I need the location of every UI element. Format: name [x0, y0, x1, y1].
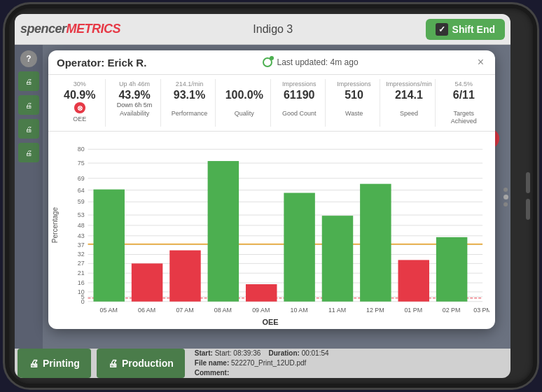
svg-text:07 AM: 07 AM [176, 306, 193, 313]
stat-label: Quality [235, 110, 254, 118]
sidebar-btn-3[interactable]: 🖨 [18, 119, 39, 139]
bar-12pm [360, 183, 391, 301]
left-sidebar: ? 🖨 🖨 🖨 🖨 [15, 45, 43, 349]
svg-text:75: 75 [78, 160, 85, 167]
stat-sublabel: 214.1/min [176, 80, 204, 88]
x-axis-label: OEE [51, 318, 489, 326]
svg-text:53: 53 [78, 211, 85, 218]
comment-label: Comment: [195, 369, 229, 377]
svg-text:43: 43 [78, 232, 85, 239]
stat-targets: 54.5% 6/11 TargetsAchieved [438, 79, 489, 127]
sidebar-btn-2[interactable]: 🖨 [18, 95, 39, 115]
main-content: ? 🖨 🖨 🖨 🖨 ⊕ Operator: Erick R. [15, 45, 510, 349]
warning-icon: ⊗ [74, 102, 86, 114]
svg-text:06 AM: 06 AM [138, 306, 155, 313]
svg-text:05 AM: 05 AM [100, 306, 118, 313]
side-button-1[interactable] [526, 172, 530, 193]
svg-text:69: 69 [78, 174, 85, 181]
status-line-1: Start: Start: 08:39:36 Duration: 00:01:5… [195, 349, 503, 358]
svg-text:80: 80 [78, 146, 85, 153]
modal-header: Operator: Erick R. Last updated: 4m ago … [48, 50, 495, 75]
stat-value: 510 [345, 88, 363, 102]
logo-metrics: METRICS [67, 22, 121, 36]
stat-sublabel: 54.5% [455, 80, 473, 88]
update-indicator-icon [263, 57, 272, 67]
file-value: 522270_Print_12UD.pdf [231, 359, 306, 367]
svg-text:12 PM: 12 PM [366, 306, 384, 313]
printing-button[interactable]: 🖨 Printing [18, 349, 91, 378]
chart-container: Percentage .grid-line { stroke: #e0e0e0;… [48, 132, 495, 329]
svg-text:09 AM: 09 AM [252, 306, 270, 313]
right-sidebar [501, 45, 510, 349]
bottom-bar: 🖨 Printing 🖨 Production Start: Start: 08… [15, 349, 510, 378]
page-title: Indigo 3 [253, 23, 293, 36]
svg-text:64: 64 [78, 186, 85, 193]
y-axis-label: Percentage [51, 207, 59, 243]
sidebar-btn-1[interactable]: 🖨 [18, 71, 39, 91]
stat-change: Down 6h 5m [117, 102, 153, 108]
sidebar-btn-4[interactable]: 🖨 [18, 143, 39, 162]
shift-end-button[interactable]: ✓ Shift End [426, 19, 505, 40]
stat-change [244, 102, 246, 108]
stat-good-count: Impressions 61190 Good Count [274, 79, 326, 127]
stat-speed: Impressions/min 214.1 Speed [383, 79, 435, 127]
last-updated: Last updated: 4m ago [263, 57, 358, 67]
duration-label: Duration: [268, 349, 299, 357]
start-label: Start: [195, 349, 213, 357]
svg-text:11 AM: 11 AM [328, 306, 346, 313]
stat-value: 100.0% [225, 88, 263, 102]
help-icon[interactable]: ? [20, 50, 37, 67]
svg-text:0: 0 [81, 298, 85, 304]
stat-label: OEE [73, 115, 86, 123]
stat-quality: 100.0% Quality [218, 79, 270, 127]
bar-chart: .grid-line { stroke: #e0e0e0; stroke-wid… [60, 134, 489, 316]
bar-05am [93, 189, 124, 301]
svg-text:08 AM: 08 AM [214, 306, 232, 313]
stat-availability: Up 4h 46m 43.9% Down 6h 5m Availability [109, 79, 160, 127]
duration-value: 00:01:54 [302, 349, 329, 357]
logo-text: spencerMETRICS [20, 22, 120, 36]
status-line-3: Comment: [195, 368, 503, 378]
stats-row: 30% 40.9% ⊗ OEE Up 4h 46m 43.9% [48, 75, 495, 132]
stat-value: 43.9% [118, 88, 150, 102]
header-bar: spencerMETRICS Indigo 3 ✓ Shift End [15, 14, 510, 45]
stat-label: Performance [172, 110, 208, 118]
operator-name: Operator: Erick R. [57, 57, 146, 69]
stat-change [353, 102, 355, 108]
scroll-dot [503, 188, 508, 192]
bar-11am [322, 216, 353, 302]
tablet-frame: spencerMETRICS Indigo 3 ✓ Shift End ? 🖨 … [5, 4, 537, 388]
stat-label: Good Count [282, 110, 317, 118]
stat-sublabel [244, 80, 246, 88]
stat-change [188, 102, 190, 108]
stat-label: Speed [400, 110, 418, 118]
stat-label: Waste [345, 110, 363, 118]
stat-waste: Impressions 510 Waste [328, 79, 380, 127]
svg-text:10 AM: 10 AM [291, 306, 308, 313]
tablet-screen: spencerMETRICS Indigo 3 ✓ Shift End ? 🖨 … [15, 14, 510, 378]
svg-text:27: 27 [78, 260, 85, 267]
stat-sublabel: Impressions [337, 80, 371, 88]
start-time: Start: 08:39:36 [215, 349, 261, 357]
close-button[interactable]: × [475, 56, 487, 69]
stat-sublabel: 30% [74, 80, 86, 88]
status-area: Start: Start: 08:39:36 Duration: 00:01:5… [188, 347, 510, 378]
printer-icon: 🖨 [29, 358, 39, 369]
svg-text:32: 32 [78, 251, 85, 258]
svg-text:16: 16 [78, 279, 85, 286]
stat-sublabel: Impressions/min [386, 80, 432, 88]
scroll-dot [503, 202, 508, 206]
stat-label: Availability [120, 110, 149, 118]
stat-value: 93.1% [174, 88, 205, 102]
file-label: File name: [195, 359, 229, 367]
scroll-dot-active [503, 195, 508, 200]
logo-spencer: spencer [20, 22, 67, 36]
status-line-2: File name: 522270_Print_12UD.pdf [195, 358, 503, 368]
svg-text:48: 48 [78, 222, 85, 229]
tablet-side-buttons [526, 172, 533, 220]
modal-overlay: Operator: Erick R. Last updated: 4m ago … [43, 45, 501, 349]
production-button[interactable]: 🖨 Production [97, 349, 185, 378]
logo-area: spencerMETRICS [20, 22, 120, 36]
svg-text:21: 21 [78, 270, 85, 276]
side-button-2[interactable] [526, 199, 530, 220]
